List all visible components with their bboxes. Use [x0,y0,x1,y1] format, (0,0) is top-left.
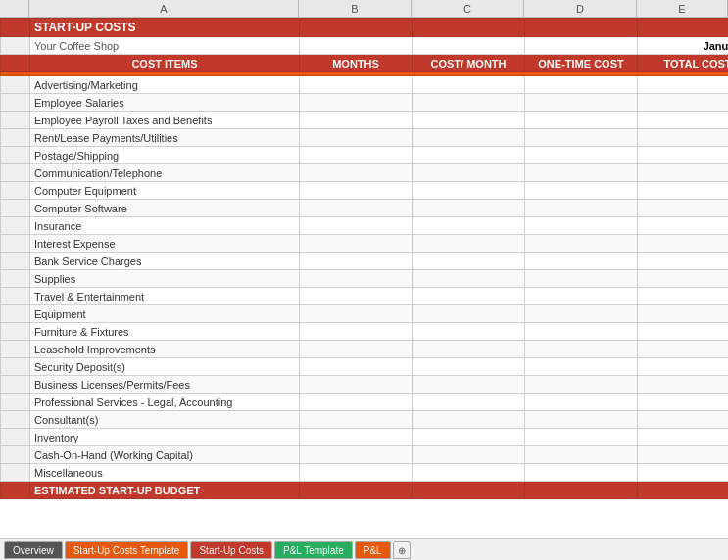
table-row: Professional Services - Legal, Accountin… [1,394,729,411]
tab-pl[interactable]: P&L [355,541,391,559]
budget-row: ESTIMATED START-UP BUDGET $0 [1,482,729,499]
col-e-header: E [637,0,728,17]
col-a-header: A [29,0,299,17]
item-7[interactable]: Computer Software [30,200,300,217]
item-18[interactable]: Professional Services - Legal, Accountin… [30,394,300,411]
startup-title-c [413,19,525,37]
shop-name-row: Your Coffee Shop January 1 [1,37,729,55]
cost-items-header: COST ITEMS [30,55,300,72]
tab-startup-costs-template[interactable]: Start-Up Costs Template [65,541,189,559]
startup-title-d [525,19,638,37]
table-row: Security Deposit(s) $0 [1,358,729,376]
item-12[interactable]: Travel & Entertainment [30,288,300,305]
table-row: Supplies $0 [1,270,729,288]
col-b-header: B [299,0,412,17]
table-row: Inventory $0 [1,429,729,446]
table-row: Computer Software $0 [1,200,729,217]
table-row: Cash-On-Hand (Working Capital) $0 [1,446,729,464]
table-wrap: START-UP COSTS Your Coffee Shop January … [0,18,728,538]
table-row: Leasehold Improvements $0 [1,341,729,358]
col-c-header: C [412,0,524,17]
item-10[interactable]: Bank Service Charges [30,253,300,270]
tab-bar: Overview Start-Up Costs Template Start-U… [0,538,728,560]
item-9[interactable]: Interest Expense [30,235,300,253]
budget-label: ESTIMATED START-UP BUDGET [30,482,300,499]
item-6[interactable]: Computer Equipment [30,182,300,200]
table-row: Advertising/Marketing $0 [1,76,729,94]
tab-add[interactable]: ⊕ [393,541,411,559]
row-num-header [0,0,29,17]
startup-title-cell: START-UP COSTS [30,19,300,37]
item-20[interactable]: Inventory [30,429,300,446]
row-num [1,19,30,37]
table-row: Furniture & Fixtures $0 [1,323,729,341]
item-0[interactable]: Advertising/Marketing [30,76,300,94]
item-4[interactable]: Postage/Shipping [30,147,300,164]
item-22[interactable]: Miscellaneous [30,464,300,482]
cost-per-month-header: COST/ MONTH [413,55,525,72]
item-2[interactable]: Employee Payroll Taxes and Benefits [30,112,300,129]
table-row: Postage/Shipping $0 [1,147,729,164]
shop-name-cell[interactable]: Your Coffee Shop [30,37,300,55]
startup-title-row: START-UP COSTS [1,19,729,37]
table-row: Equipment $0 [1,305,729,323]
item-15[interactable]: Leasehold Improvements [30,341,300,358]
spreadsheet: A B C D E START-UP COSTS [0,0,728,560]
startup-title-b [300,19,413,37]
startup-title-e [638,19,729,37]
col-d-header: D [524,0,637,17]
date-cell: January 1 [638,37,729,55]
table-row: Employee Payroll Taxes and Benefits $0 [1,112,729,129]
table-row: Consultant(s) $0 [1,411,729,429]
one-time-cost-header: ONE-TIME COST [525,55,638,72]
item-19[interactable]: Consultant(s) [30,411,300,429]
item-8[interactable]: Insurance [30,217,300,235]
col-headers-row: COST ITEMS MONTHS COST/ MONTH ONE-TIME C… [1,55,729,72]
months-header: MONTHS [300,55,413,72]
item-5[interactable]: Communication/Telephone [30,164,300,182]
item-17[interactable]: Business Licenses/Permits/Fees [30,376,300,394]
item-11[interactable]: Supplies [30,270,300,288]
tab-overview[interactable]: Overview [4,541,63,559]
item-3[interactable]: Rent/Lease Payments/Utilities [30,129,300,147]
tab-pl-template[interactable]: P&L Template [274,541,353,559]
table-row: Computer Equipment $0 [1,182,729,200]
table-row: Communication/Telephone $0 [1,164,729,182]
item-16[interactable]: Security Deposit(s) [30,358,300,376]
item-13[interactable]: Equipment [30,305,300,323]
total-cost-header: TOTAL COST [638,55,729,72]
table-row: Travel & Entertainment $0 [1,288,729,305]
table-row: Bank Service Charges $0 [1,253,729,270]
table-row: Interest Expense $0 [1,235,729,253]
budget-total: $0 [638,482,729,499]
table-row: Miscellaneous $0 [1,464,729,482]
table-row: Employee Salaries $0 [1,94,729,112]
table-row: Business Licenses/Permits/Fees $0 [1,376,729,394]
table-row: Rent/Lease Payments/Utilities $0 [1,129,729,147]
table-row: Insurance $0 [1,217,729,235]
main-table: START-UP COSTS Your Coffee Shop January … [0,18,728,499]
col-headers: A B C D E [0,0,728,18]
row-num-2 [1,37,30,55]
item-1[interactable]: Employee Salaries [30,94,300,112]
item-14[interactable]: Furniture & Fixtures [30,323,300,341]
item-21[interactable]: Cash-On-Hand (Working Capital) [30,446,300,464]
tab-startup-costs[interactable]: Start-Up Costs [190,541,272,559]
